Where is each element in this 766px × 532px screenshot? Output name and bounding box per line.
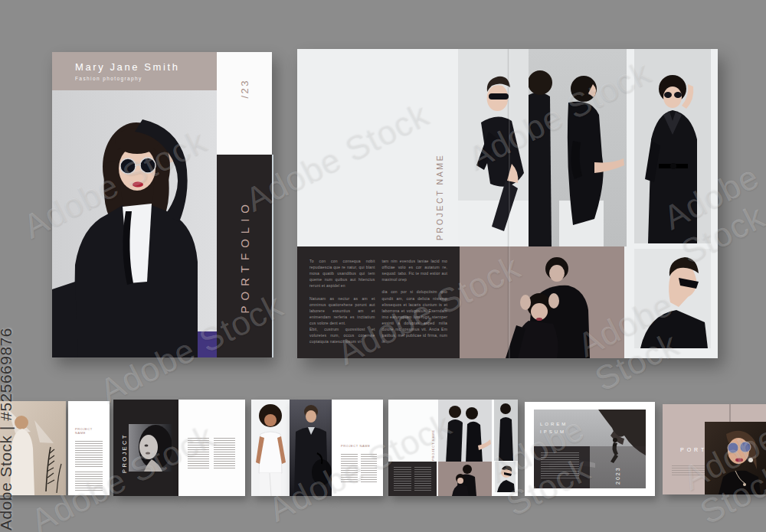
thumb3-photo-woman-bag [290, 400, 332, 496]
thumb2-paragraph-lines-2 [214, 438, 235, 470]
thumb4-project-label: PROJECT NAME [431, 435, 435, 461]
thumb3-heading: PROJECT NAME [341, 444, 377, 448]
cover-issue-column: /23 [217, 52, 272, 155]
thumb4-mini-spread: PROJECT NAME [388, 400, 518, 496]
thumb2-project-title: PROJECT [121, 426, 128, 473]
cover-header-band: Mary Jane Smith Fashion photography [52, 52, 217, 90]
spread-project-name-label: PROJECT NAME [435, 164, 444, 240]
thumb6-back-cover: PORTFOLIO [663, 404, 766, 494]
open-magazine-spread: PROJECT NAME [297, 49, 718, 358]
spread-body-column-2: tam nim evendus laniae lacid mo officiae… [382, 258, 448, 347]
thumb1-paragraph-lines [75, 441, 103, 467]
thumb4-photo-woman [494, 400, 518, 461]
cover-subtitle: Fashion photography [75, 76, 217, 81]
thumb3-paragraph-lines [341, 454, 358, 483]
thumb1-text-page: PROJECT NAME [68, 401, 110, 495]
thumb5-climber-spread: LOREM IPSUM 2023 [525, 402, 655, 496]
brochure-cover: Mary Jane Smith Fashion photography [52, 52, 272, 357]
thumb5-year: 2023 [615, 452, 620, 485]
thumb5-lorem-title: LOREM IPSUM [540, 420, 568, 436]
spread-photo-man-profile [634, 249, 711, 348]
stock-preview-canvas: Mary Jane Smith Fashion photography [0, 0, 766, 532]
cover-title-column: PORTFOLIO [217, 155, 273, 357]
thumb4-text-block [388, 462, 437, 496]
thumb4-photo-mauve-couple [438, 462, 492, 496]
thumb2-photo-face [129, 424, 172, 472]
spread-photo-couple-sitting [529, 49, 627, 246]
thumb4-photo-couple [438, 400, 492, 463]
cover-portfolio-title: PORTFOLIO [238, 199, 251, 313]
thumb2-text-page [178, 400, 245, 496]
spread-photo-leaning-man [458, 49, 529, 246]
thumb1-photo-page [0, 401, 66, 495]
thumb4-text-lines-2 [414, 467, 432, 491]
thumb3-text-page: PROJECT NAME [332, 400, 383, 496]
thumb4-text-lines [394, 467, 411, 491]
thumb4-photo-profile [495, 462, 516, 492]
thumb1-paragraph-lines-2 [75, 472, 103, 491]
cover-issue-number: /23 [239, 79, 250, 128]
cover-author-name: Mary Jane Smith [75, 61, 217, 73]
cover-photo-woman-sunglasses [52, 90, 217, 357]
thumb1-heading: PROJECT NAME [75, 427, 104, 435]
thumb2-paragraph-lines [188, 438, 209, 470]
thumb5-dark-square [534, 446, 590, 488]
thumb2-dark-page: PROJECT [113, 400, 178, 496]
spread-body-column-1: To con con consequa nobit repudaescia qu… [309, 258, 375, 347]
spread-fold-line [507, 49, 510, 358]
thumb6-text-lines [672, 465, 707, 476]
thumb5-text-lines [541, 452, 579, 480]
spread-text-block: To con con consequa nobit repudaescia qu… [297, 246, 460, 358]
thumb3-photo-afro-woman [251, 400, 290, 496]
thumb6-photo-woman-sunglasses [705, 422, 766, 494]
thumb3-paragraph-lines-2 [361, 454, 378, 483]
spread-photo-woman-coat [634, 49, 711, 243]
spread-photo-couple-portrait [483, 249, 623, 358]
